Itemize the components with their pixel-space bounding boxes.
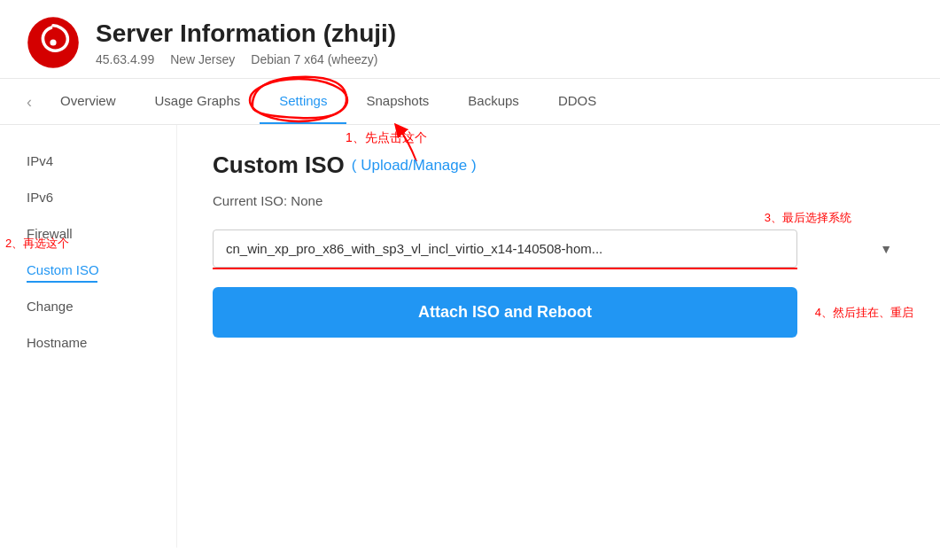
sidebar-item-change[interactable]: Change [0,288,176,324]
upload-manage-link[interactable]: ( Upload/Manage ) [352,157,477,175]
server-ip: 45.63.4.99 [96,52,154,66]
annotation-step2: 2、再选这个 [5,236,69,252]
annotation-step4: 4、然后挂在、重启 [815,305,913,321]
content-area: Custom ISO ( Upload/Manage ) Current ISO… [177,125,940,548]
svg-point-1 [50,39,56,45]
annotation-step3: 3、最后选择系统 [765,210,851,226]
debian-logo [27,16,80,69]
attach-btn-wrapper: Attach ISO and Reboot 4、然后挂在、重启 [213,287,905,338]
content-title: Custom ISO ( Upload/Manage ) [213,152,905,179]
tab-ddos[interactable]: DDOS [539,79,616,124]
attach-iso-button[interactable]: Attach ISO and Reboot [213,287,797,338]
sidebar-item-ipv6[interactable]: IPv6 [0,179,176,215]
nav-bar: ‹ Overview Usage Graphs Settings Snapsho… [0,79,940,125]
sidebar-custom-iso-wrapper: 2、再选这个 Custom ISO [0,252,176,288]
nav-back-button[interactable]: ‹ [18,82,41,122]
sidebar-item-custom-iso[interactable]: Custom ISO [0,252,176,288]
sidebar: IPv4 IPv6 Firewall 2、再选这个 Custom ISO Cha… [0,125,177,548]
header: Server Information (zhuji) 45.63.4.99 Ne… [0,0,940,79]
nav-wrapper: ‹ Overview Usage Graphs Settings Snapsho… [0,79,940,125]
main-layout: IPv4 IPv6 Firewall 2、再选这个 Custom ISO Cha… [0,125,940,548]
tab-usage-graphs[interactable]: Usage Graphs [136,79,260,124]
current-iso-label: Current ISO: None [213,193,905,208]
iso-select-wrapper: 3、最后选择系统 cn_win_xp_pro_x86_with_sp3_vl_i… [213,229,905,268]
tab-backups[interactable]: Backups [448,79,539,124]
tab-settings[interactable]: Settings [260,79,346,124]
tab-overview[interactable]: Overview [41,79,136,124]
page-title: Server Information (zhuji) [96,19,396,49]
dropdown-arrow-icon: ▼ [880,242,892,256]
tab-snapshots[interactable]: Snapshots [346,79,448,124]
server-os: Debian 7 x64 (wheezy) [251,52,377,66]
header-meta: 45.63.4.99 New Jersey Debian 7 x64 (whee… [96,52,396,66]
iso-red-underline [213,268,797,269]
server-location: New Jersey [170,52,235,66]
sidebar-item-hostname[interactable]: Hostname [0,324,176,361]
sidebar-item-ipv4[interactable]: IPv4 [0,143,176,179]
header-info: Server Information (zhuji) 45.63.4.99 Ne… [96,19,396,66]
iso-select-dropdown[interactable]: cn_win_xp_pro_x86_with_sp3_vl_incl_virti… [213,229,797,268]
